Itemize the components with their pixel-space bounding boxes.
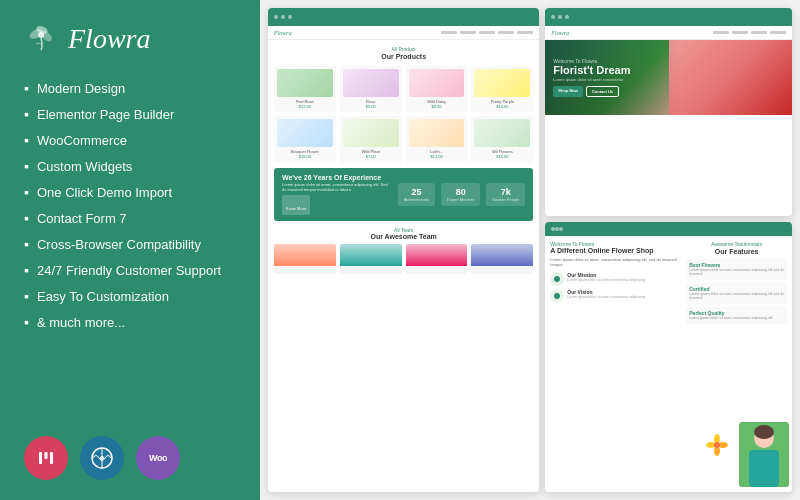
mission-text: Our Mission Lorem ipsum dolor sit amet c… — [567, 272, 681, 282]
vision-icon — [550, 289, 564, 303]
stats-heading: We've 26 Years Of Experience Lorem ipsum… — [282, 174, 392, 192]
product-image — [474, 119, 530, 147]
feature-item: Easy To Customization — [24, 288, 236, 304]
product-image — [409, 119, 465, 147]
product-card: Luleh... $11.00 — [406, 116, 468, 162]
svg-point-17 — [754, 425, 774, 439]
product-image — [343, 69, 399, 97]
screenshots-container: Flowra All Product Our Products Red Rose — [260, 0, 800, 500]
nav-link — [460, 31, 476, 34]
stat-people: 7k Garden People — [486, 183, 525, 206]
nav-link — [732, 31, 748, 34]
browser-header — [268, 8, 539, 26]
screenshot-shop: Flowra All Product Our Products Red Rose — [268, 8, 539, 492]
about-browser-header — [545, 222, 792, 236]
team-section: All Team Our Awesome Team — [274, 227, 533, 274]
mission-icon — [550, 272, 564, 286]
svg-point-3 — [38, 32, 44, 38]
feature-item: Custom Widgets — [24, 158, 236, 174]
feature-item: Modern Design — [24, 80, 236, 96]
browser-dot — [559, 227, 563, 231]
woocommerce-badge: Woo — [136, 436, 180, 480]
svg-rect-4 — [39, 452, 42, 464]
hero-nav-links — [713, 31, 786, 34]
left-panel: Flowra Modern Design Elementor Page Buil… — [0, 0, 260, 500]
nav-link — [517, 31, 533, 34]
products-title: Our Products — [274, 53, 533, 60]
hero-nav: Flowra — [545, 26, 792, 40]
feature-mission: Our Mission Lorem ipsum dolor sit amet c… — [550, 272, 681, 286]
logo-text: Flowra — [68, 23, 150, 55]
feature-item: Cross-Browser Compatibility — [24, 236, 236, 252]
product-image — [474, 69, 530, 97]
product-card: Pretty Purple $14.00 — [471, 66, 533, 112]
about-features: Our Mission Lorem ipsum dolor sit amet c… — [550, 272, 681, 303]
product-grid: Red Rose $12.00 Rose $9.00 Wild Daisy $8… — [274, 66, 533, 162]
about-left-panel: Welcome To Flowra A Different Online Flo… — [550, 241, 681, 487]
product-image — [277, 69, 333, 97]
team-card — [471, 244, 533, 274]
team-photo — [471, 244, 533, 266]
logo-icon — [24, 20, 62, 58]
badge-row: Woo — [24, 436, 236, 480]
testimonial-card: Best Flowers Lorem ipsum dolor sit amet … — [686, 259, 787, 280]
stat-members: 80 Expert Member — [441, 183, 480, 206]
testimonial-card: Perfect Quality Lorem ipsum dolor sit am… — [686, 307, 787, 324]
product-image — [277, 119, 333, 147]
hero-image: Welcome To Flowra Florist't Dream Lorem … — [545, 40, 792, 115]
elementor-badge — [24, 436, 68, 480]
stats-bar: We've 26 Years Of Experience Lorem ipsum… — [274, 168, 533, 221]
product-card: Rose $9.00 — [340, 66, 402, 112]
team-grid — [274, 244, 533, 274]
team-card — [406, 244, 468, 274]
team-card — [274, 244, 336, 274]
product-card: Wild Plant $7.00 — [340, 116, 402, 162]
product-card: Bouquet Flower $18.00 — [274, 116, 336, 162]
wordpress-badge — [80, 436, 124, 480]
team-photo — [340, 244, 402, 266]
svg-point-13 — [714, 442, 720, 448]
screenshot-about: Welcome To Flowra A Different Online Flo… — [545, 222, 792, 492]
feature-vision: Our Vision Lorem ipsum dolor sit amet co… — [550, 289, 681, 303]
nav-link — [441, 31, 457, 34]
nav-link — [498, 31, 514, 34]
hero-nav-logo: Flowra — [551, 30, 569, 36]
product-image — [409, 69, 465, 97]
feature-item: 24/7 Friendly Customer Support — [24, 262, 236, 278]
hero-browser-header — [545, 8, 792, 26]
testimonial-card: Certified Lorem ipsum dolor sit amet con… — [686, 283, 787, 304]
svg-rect-5 — [45, 452, 48, 459]
svg-rect-16 — [749, 450, 779, 487]
about-content: Welcome To Flowra A Different Online Flo… — [545, 236, 792, 492]
feature-item: & much more... — [24, 314, 236, 330]
flower-decoration — [705, 433, 729, 457]
browser-dot — [551, 15, 555, 19]
hero-text: Welcome To Flowra Florist't Dream Lorem … — [553, 58, 630, 97]
feature-item: Elementor Page Builder — [24, 106, 236, 122]
feature-item: WooCommerce — [24, 132, 236, 148]
vision-text: Our Vision Lorem ipsum dolor sit amet co… — [567, 289, 681, 299]
products-subtitle: All Product — [274, 46, 533, 52]
features-list: Modern Design Elementor Page Builder Woo… — [24, 80, 236, 426]
team-photo — [406, 244, 468, 266]
shop-body: All Product Our Products Red Rose $12.00… — [268, 40, 539, 284]
browser-dot — [274, 15, 278, 19]
browser-dot — [558, 15, 562, 19]
browser-dot — [281, 15, 285, 19]
hero-buttons: Shop Now Contact Us — [553, 86, 630, 97]
nav-link — [713, 31, 729, 34]
feature-item: One Click Demo Import — [24, 184, 236, 200]
browser-dot — [565, 15, 569, 19]
feature-item: Contact Form 7 — [24, 210, 236, 226]
screenshots-right: Flowra Welcome To Flowra Fl — [545, 8, 792, 492]
right-panel: Flowra All Product Our Products Red Rose — [260, 0, 800, 500]
team-photo — [274, 244, 336, 266]
hero-contact-btn[interactable]: Contact Us — [586, 86, 619, 97]
hero-flowers-bg — [669, 40, 792, 115]
browser-dot — [288, 15, 292, 19]
person-photo — [739, 422, 789, 487]
shop-nav: Flowra — [268, 26, 539, 40]
logo-area: Flowra — [24, 20, 236, 58]
hero-shop-btn[interactable]: Shop Now — [553, 86, 583, 97]
product-image — [343, 119, 399, 147]
